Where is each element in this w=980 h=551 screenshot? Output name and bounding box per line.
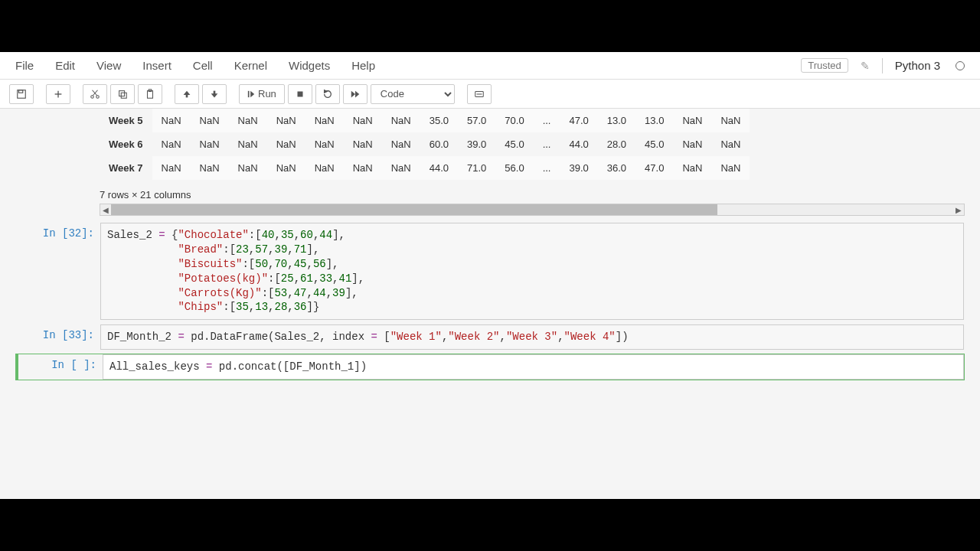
table-cell: 44.0 xyxy=(560,132,597,156)
add-cell-button[interactable] xyxy=(46,84,70,104)
menubar: File Edit View Insert Cell Kernel Widget… xyxy=(0,52,980,80)
table-cell: NaN xyxy=(191,132,229,156)
cell-input[interactable]: Sales_2 = {"Chocolate":[40,35,60,44], "B… xyxy=(100,223,964,320)
table-cell: 36.0 xyxy=(598,156,635,180)
restart-button[interactable] xyxy=(315,84,340,104)
table-row: Week 6NaNNaNNaNNaNNaNNaNNaN60.039.045.0.… xyxy=(100,132,750,156)
move-up-button[interactable] xyxy=(175,84,199,104)
svg-rect-16 xyxy=(248,90,250,96)
table-cell: NaN xyxy=(382,109,420,132)
table-cell: NaN xyxy=(229,156,267,180)
table-cell: 45.0 xyxy=(495,132,533,156)
table-cell: NaN xyxy=(152,132,191,156)
table-cell: NaN xyxy=(711,109,750,132)
table-cell: 28.0 xyxy=(598,132,635,156)
table-cell: NaN xyxy=(229,132,267,156)
menu-cell[interactable]: Cell xyxy=(193,59,213,72)
divider xyxy=(882,58,883,73)
table-cell: 13.0 xyxy=(635,109,673,132)
svg-marker-21 xyxy=(355,90,359,97)
save-button[interactable] xyxy=(9,84,34,104)
table-cell: NaN xyxy=(267,132,305,156)
code-cell-32[interactable]: In [32]: Sales_2 = {"Chocolate":[40,35,6… xyxy=(15,222,965,321)
menu-kernel[interactable]: Kernel xyxy=(234,59,267,72)
paste-button[interactable] xyxy=(138,84,162,104)
table-cell: NaN xyxy=(305,132,344,156)
svg-marker-20 xyxy=(351,90,355,97)
svg-rect-8 xyxy=(119,90,125,96)
toolbar: Run Code xyxy=(0,80,980,109)
row-header: Week 7 xyxy=(100,156,152,180)
table-cell: NaN xyxy=(711,132,750,156)
table-cell: 13.0 xyxy=(598,109,635,132)
table-cell: NaN xyxy=(382,156,420,180)
horizontal-scrollbar[interactable]: ◀ ▶ xyxy=(100,204,965,216)
code-cell-empty[interactable]: In [ ]: All_sales_keys = pd.concat([DF_M… xyxy=(15,354,965,380)
svg-rect-10 xyxy=(148,90,153,98)
menu-edit[interactable]: Edit xyxy=(55,59,75,72)
table-cell: 60.0 xyxy=(420,132,458,156)
code-cell-33[interactable]: In [33]: DF_Month_2 = pd.DataFrame(Sales… xyxy=(15,324,965,350)
kernel-name[interactable]: Python 3 xyxy=(895,59,940,72)
table-cell: ... xyxy=(534,132,560,156)
table-cell: NaN xyxy=(344,156,382,180)
svg-rect-1 xyxy=(19,90,23,93)
table-cell: NaN xyxy=(152,156,191,180)
table-row: Week 5NaNNaNNaNNaNNaNNaNNaN35.057.070.0.… xyxy=(100,109,750,132)
cell-prompt: In [ ]: xyxy=(18,354,103,380)
table-cell: NaN xyxy=(673,132,711,156)
table-cell: 47.0 xyxy=(635,156,673,180)
table-cell: 71.0 xyxy=(458,156,495,180)
cut-button[interactable] xyxy=(83,84,107,104)
svg-rect-15 xyxy=(214,90,216,93)
kernel-status-icon[interactable] xyxy=(956,61,965,70)
table-cell: NaN xyxy=(152,109,191,132)
menu-file[interactable]: File xyxy=(15,59,34,72)
notebook-content: Week 5NaNNaNNaNNaNNaNNaNNaN35.057.070.0.… xyxy=(0,109,980,499)
move-down-button[interactable] xyxy=(202,84,227,104)
menu-help[interactable]: Help xyxy=(351,59,375,72)
svg-rect-18 xyxy=(297,91,302,96)
table-cell: NaN xyxy=(711,156,750,180)
row-header: Week 6 xyxy=(100,132,152,156)
menu-view[interactable]: View xyxy=(96,59,121,72)
command-palette-button[interactable] xyxy=(467,84,492,104)
cell-input[interactable]: DF_Month_2 = pd.DataFrame(Sales_2, index… xyxy=(100,324,964,350)
table-shape: 7 rows × 21 columns xyxy=(100,189,965,201)
table-cell: 39.0 xyxy=(458,132,495,156)
output-table: Week 5NaNNaNNaNNaNNaNNaNNaN35.057.070.0.… xyxy=(15,109,965,216)
table-cell: 56.0 xyxy=(495,156,533,180)
table-cell: 44.0 xyxy=(420,156,458,180)
cell-input[interactable]: All_sales_keys = pd.concat([DF_Month_1]) xyxy=(103,354,964,380)
table-row: Week 7NaNNaNNaNNaNNaNNaNNaN44.071.056.0.… xyxy=(100,156,750,180)
celltype-select[interactable]: Code xyxy=(371,84,455,104)
restart-run-all-button[interactable] xyxy=(343,84,368,104)
table-cell: NaN xyxy=(305,156,344,180)
svg-line-6 xyxy=(93,90,97,95)
interrupt-button[interactable] xyxy=(288,84,312,104)
table-cell: NaN xyxy=(673,156,711,180)
edit-icon[interactable]: ✎ xyxy=(861,60,870,72)
table-cell: 57.0 xyxy=(458,109,495,132)
table-cell: 45.0 xyxy=(635,132,673,156)
table-cell: NaN xyxy=(191,156,229,180)
trusted-indicator[interactable]: Trusted xyxy=(801,58,848,73)
copy-button[interactable] xyxy=(110,84,135,104)
run-button[interactable]: Run xyxy=(239,84,285,104)
table-cell: 39.0 xyxy=(560,156,597,180)
menu-insert[interactable]: Insert xyxy=(142,59,172,72)
table-cell: NaN xyxy=(305,109,344,132)
svg-marker-17 xyxy=(250,90,254,96)
cell-prompt: In [33]: xyxy=(16,324,100,350)
table-cell: NaN xyxy=(267,109,305,132)
scroll-left-icon[interactable]: ◀ xyxy=(100,206,111,214)
svg-point-5 xyxy=(96,95,100,98)
row-header: Week 5 xyxy=(100,109,152,132)
table-cell: ... xyxy=(534,109,560,132)
table-cell: 47.0 xyxy=(560,109,597,132)
table-cell: NaN xyxy=(673,109,711,132)
table-cell: NaN xyxy=(382,132,420,156)
scroll-right-icon[interactable]: ▶ xyxy=(953,206,964,214)
svg-rect-13 xyxy=(186,94,188,97)
menu-widgets[interactable]: Widgets xyxy=(289,59,330,72)
